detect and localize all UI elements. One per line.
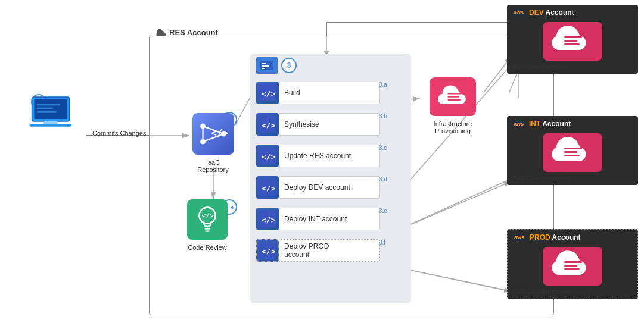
int-cf-icon <box>543 133 602 172</box>
int-aws-logo: aws <box>512 120 525 127</box>
int-cf-label: AWS CloudFormation <box>512 175 633 181</box>
svg-rect-52 <box>447 93 462 95</box>
build-codebuild-icon: </> <box>256 82 279 104</box>
dev-cf-icon <box>543 22 602 61</box>
prod-aws-logo: aws <box>512 234 526 241</box>
svg-rect-30 <box>187 199 228 240</box>
step-3f-badge: 3.f <box>379 239 385 246</box>
code-review-icon: </> <box>187 199 228 240</box>
svg-rect-62 <box>564 155 580 156</box>
step-3-badge: 3 <box>281 58 297 73</box>
stage-deploy-int-row: </> Deploy INT account 3.e <box>256 206 387 231</box>
res-cloud-icon <box>155 29 166 37</box>
deploy-prod-stage-box: Deploy PROD account <box>279 239 380 262</box>
synthesise-stage-box: Synthesise <box>279 113 380 136</box>
svg-rect-54 <box>447 99 461 101</box>
prod-account-title: PROD Account <box>530 233 581 242</box>
stage-update-res-row: </> Update RES account 3.c <box>256 143 387 168</box>
dev-account-title: DEV Account <box>529 8 574 17</box>
svg-rect-60 <box>564 148 582 149</box>
prod-account-panel-box: aws PROD Account AWS CloudFormation <box>507 229 638 299</box>
dev-account-panel-box: aws DEV Account AWS CloudFormation <box>507 5 638 74</box>
svg-rect-57 <box>564 40 577 42</box>
step-3a-badge: 3.a <box>379 82 387 88</box>
svg-rect-17 <box>43 121 58 124</box>
stage-synthesise-row: </> Synthesise 3.b <box>256 112 387 137</box>
update-res-stage-box: Update RES account <box>279 145 380 167</box>
svg-rect-19 <box>36 104 60 105</box>
iaac-repo-label: IaaC Repository <box>191 159 235 173</box>
svg-rect-56 <box>564 36 582 38</box>
code-review-label: Code Review <box>181 244 234 251</box>
prod-cf-icon <box>543 247 602 286</box>
res-account-label: RES Account <box>155 28 218 37</box>
svg-text:</>: </> <box>262 184 276 193</box>
svg-rect-18 <box>30 124 72 127</box>
update-res-codebuild-icon: </> <box>256 145 279 167</box>
svg-rect-21 <box>36 111 56 113</box>
build-stage-box: Build <box>279 82 380 104</box>
step-3e-badge: 3.e <box>379 208 387 214</box>
infra-provisioning-container: Infrastructure Provisioning <box>417 77 489 134</box>
pipeline-icon <box>256 57 278 74</box>
dev-cf-icon-container <box>534 20 611 62</box>
dev-cf-label: AWS CloudFormation <box>512 64 633 70</box>
step-3c-badge: 3.c <box>379 145 387 151</box>
svg-rect-20 <box>36 107 53 109</box>
int-cf-icon-container <box>534 131 611 173</box>
svg-text:</>: </> <box>202 212 214 220</box>
pipeline-header: 3 <box>256 57 297 74</box>
laptop-container <box>18 95 83 132</box>
deploy-int-stage-box: Deploy INT account <box>279 208 380 230</box>
int-account-title: INT Account <box>529 120 571 128</box>
svg-rect-53 <box>447 96 459 98</box>
svg-text:</>: </> <box>262 121 276 130</box>
code-review-container: </> Code Review <box>181 199 234 251</box>
laptop-icon <box>27 95 74 128</box>
prod-account-header: aws PROD Account <box>512 233 633 242</box>
deploy-dev-codebuild-icon: </> <box>256 176 279 199</box>
svg-rect-61 <box>564 151 577 153</box>
stage-deploy-prod-row: </> Deploy PROD account 3.f <box>256 238 385 263</box>
dev-aws-logo: aws <box>512 9 525 16</box>
dev-account-header: aws DEV Account <box>512 8 633 17</box>
deploy-prod-codebuild-icon: </> <box>256 239 279 262</box>
prod-cf-label: AWS CloudFormation <box>512 289 633 295</box>
svg-text:</>: </> <box>211 127 228 139</box>
commits-changes-label: Commits Changes <box>92 130 146 137</box>
int-account-panel-box: aws INT Account AWS CloudFormation <box>507 116 638 185</box>
step-3b-badge: 3.b <box>379 113 387 120</box>
stage-build-row: </> Build 3.a <box>256 80 387 105</box>
svg-rect-58 <box>564 43 580 45</box>
infra-provisioning-label: Infrastructure Provisioning <box>417 120 489 134</box>
iaac-repo-icon: </> <box>192 113 234 155</box>
svg-rect-64 <box>564 261 582 263</box>
deploy-dev-stage-box: Deploy DEV account <box>279 176 380 199</box>
svg-text:</>: </> <box>262 89 276 98</box>
svg-rect-65 <box>564 265 577 267</box>
svg-text:</>: </> <box>262 152 276 161</box>
iaac-repo-container: </> IaaC Repository <box>191 113 235 173</box>
stage-deploy-dev-row: </> Deploy DEV account 3.d <box>256 175 387 200</box>
int-account-header: aws INT Account <box>512 120 633 128</box>
svg-rect-66 <box>564 268 580 270</box>
infra-provisioning-icon <box>429 77 477 116</box>
svg-text:</>: </> <box>262 247 276 256</box>
synthesise-codebuild-icon: </> <box>256 113 279 136</box>
svg-text:</>: </> <box>262 215 276 224</box>
prod-cf-icon-container <box>534 245 611 287</box>
deploy-int-codebuild-icon: </> <box>256 208 279 230</box>
step-3d-badge: 3.d <box>379 176 387 183</box>
